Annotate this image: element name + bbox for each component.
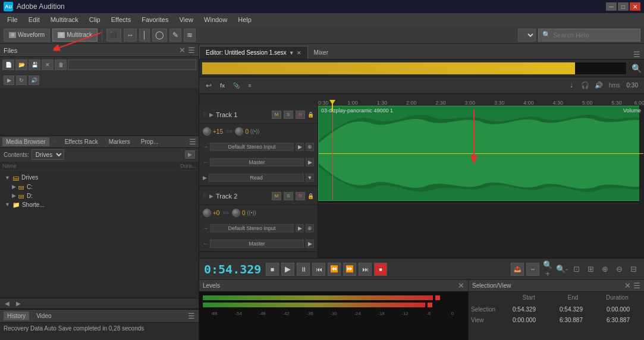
multitrack-view-button[interactable]: ⊞ Multitrack: [52, 29, 98, 42]
toolbar-icon-5[interactable]: ✎: [169, 29, 181, 42]
zoom-out-btn[interactable]: 🔍-: [556, 263, 568, 275]
zoom-fit-btn[interactable]: ⊡: [570, 263, 582, 275]
record-indicator[interactable]: ●: [374, 263, 387, 276]
ruler-zoom-btn[interactable]: 🔍: [629, 64, 644, 73]
et-clip-btn[interactable]: 📎: [230, 80, 242, 92]
editor-tab-session[interactable]: Editor: Untitled Session 1.sesx ▼ ✕: [199, 46, 308, 59]
workspace-dropdown[interactable]: Default: [518, 29, 536, 42]
track2-volume-knob[interactable]: [203, 209, 211, 217]
toolbar-icon-3[interactable]: │: [139, 29, 150, 42]
menu-help[interactable]: Help: [233, 15, 256, 24]
files-delete-btn[interactable]: 🗑: [55, 59, 67, 70]
files-save-btn[interactable]: 💾: [29, 59, 40, 70]
zoom-sel-btn[interactable]: ⊞: [585, 263, 596, 275]
sv-view-duration[interactable]: 6:30.887: [595, 317, 642, 323]
track1-output-arrow-btn[interactable]: ▶: [306, 158, 314, 166]
track1-input-arrow-btn[interactable]: ▶: [296, 143, 304, 151]
history-panel-menu[interactable]: ☰: [188, 311, 195, 320]
mix-to-file-btn[interactable]: 📤: [511, 263, 524, 276]
track1-record-btn[interactable]: R: [296, 111, 305, 119]
skip-fwd-button[interactable]: ⏭: [359, 263, 372, 276]
tab-effects-rack[interactable]: Effects Rack: [61, 137, 102, 146]
sv-selection-duration[interactable]: 0:00.000: [595, 306, 642, 313]
next-button[interactable]: ⏩: [343, 263, 356, 276]
track-waveform-content[interactable]: 03-dizplay-panoramic 49000 1 Volume: [318, 106, 644, 258]
tab-history[interactable]: History: [4, 311, 29, 320]
toolbar-icon-1[interactable]: ⬛: [106, 29, 121, 42]
mb-item-c-drive[interactable]: ▶ 🖴 C:: [2, 182, 196, 191]
sv-close-btn[interactable]: ✕: [624, 281, 631, 290]
editor-panel-menu[interactable]: ☰: [630, 50, 644, 59]
track2-output-arrow-btn[interactable]: ▶: [306, 240, 314, 248]
et-headphone-btn[interactable]: 🎧: [579, 80, 591, 92]
tab-markers[interactable]: Markers: [105, 137, 134, 146]
mb-item-drives[interactable]: ▼ 🖴 Drives: [2, 173, 196, 182]
menu-view[interactable]: View: [174, 15, 198, 24]
sv-view-end[interactable]: 6:30.887: [548, 317, 595, 323]
mb-item-d-drive[interactable]: ▶ 🖴 D:: [2, 191, 196, 200]
skip-back-button[interactable]: ⏮: [312, 263, 325, 276]
zoom-out-v-btn[interactable]: ⊖: [613, 263, 625, 275]
track1-input-fx-btn[interactable]: ⊕: [306, 143, 314, 151]
et-metronome-btn[interactable]: ♩: [566, 80, 577, 92]
menu-file[interactable]: File: [2, 15, 23, 24]
menu-edit[interactable]: Edit: [24, 15, 45, 24]
pause-button[interactable]: ⏸: [297, 263, 310, 276]
tracks-scrollbar-v[interactable]: [639, 106, 644, 258]
menu-clip[interactable]: Clip: [84, 15, 105, 24]
track2-clip-area[interactable]: [318, 203, 644, 258]
tab-video[interactable]: Video: [33, 311, 55, 320]
track2-solo-btn[interactable]: S: [284, 192, 293, 200]
toolbar-icon-2[interactable]: ↔: [124, 29, 137, 42]
track1-solo-btn[interactable]: S: [284, 111, 293, 119]
search-input[interactable]: [553, 32, 636, 39]
files-search-input[interactable]: [68, 59, 196, 70]
tab-media-browser[interactable]: Media Browser: [2, 137, 49, 146]
files-open-btn[interactable]: 📂: [15, 59, 27, 70]
files-loop-btn[interactable]: ↻: [16, 75, 27, 85]
tab-mixer[interactable]: Mixer: [308, 46, 334, 59]
track2-input-btn[interactable]: Default Stereo Input: [210, 224, 294, 232]
menu-window[interactable]: Window: [199, 15, 232, 24]
mb-panel-menu[interactable]: ☰: [189, 137, 196, 146]
track2-pan-knob[interactable]: [232, 209, 240, 217]
waveform-view-button[interactable]: ⊞ Waveform: [4, 29, 50, 42]
track2-record-btn[interactable]: R: [296, 192, 305, 200]
track1-mute-btn[interactable]: M: [272, 111, 281, 119]
sv-menu-btn[interactable]: ☰: [633, 281, 640, 290]
et-undo-btn[interactable]: ↩: [203, 80, 215, 92]
menu-multitrack[interactable]: Multitrack: [46, 15, 83, 24]
mb-item-shortcuts[interactable]: ▼ 📁 Shorte...: [2, 200, 196, 209]
track2-output-btn[interactable]: Master: [210, 240, 304, 248]
files-panel-close[interactable]: ✕: [179, 46, 186, 55]
play-button[interactable]: ▶: [281, 263, 294, 276]
editor-tab-dropdown[interactable]: ▼: [289, 50, 294, 56]
stop-button[interactable]: ■: [266, 263, 279, 276]
et-bars-btn[interactable]: ≡: [244, 80, 256, 92]
track2-input-fx-btn[interactable]: ⊕: [306, 224, 314, 232]
toolbar-icon-6[interactable]: ≋: [184, 29, 196, 42]
files-new-btn[interactable]: 📄: [2, 59, 14, 70]
et-monitor-btn[interactable]: 🔊: [593, 80, 605, 92]
files-close-btn[interactable]: ✕: [42, 59, 54, 70]
mb-nav-right[interactable]: ▶: [185, 150, 195, 159]
mb-drives-dropdown[interactable]: Drives: [32, 149, 64, 160]
nav-right-btn[interactable]: ▶: [14, 299, 23, 308]
zoom-in-v-btn[interactable]: ⊕: [599, 263, 611, 275]
nav-left-btn[interactable]: ◀: [2, 299, 12, 308]
editor-tab-close[interactable]: ✕: [297, 50, 301, 56]
track1-pan-knob[interactable]: [235, 127, 243, 136]
track1-read-btn[interactable]: Read: [209, 174, 304, 182]
sv-view-start[interactable]: 0:00.000: [501, 317, 548, 323]
tab-prop[interactable]: Prop...: [137, 137, 162, 146]
menu-effects[interactable]: Effects: [106, 15, 136, 24]
toolbar-icon-4[interactable]: ◯: [152, 29, 167, 42]
files-panel-menu[interactable]: ☰: [188, 46, 195, 55]
menu-favorites[interactable]: Favorites: [137, 15, 173, 24]
track2-mute-btn[interactable]: M: [272, 192, 281, 200]
et-fx-btn[interactable]: fx: [216, 80, 228, 92]
levels-close-btn[interactable]: ✕: [458, 281, 464, 290]
loop-btn[interactable]: ↔: [526, 263, 539, 276]
zoom-all-btn[interactable]: ⊟: [627, 263, 639, 275]
track1-volume-knob[interactable]: [203, 127, 211, 136]
